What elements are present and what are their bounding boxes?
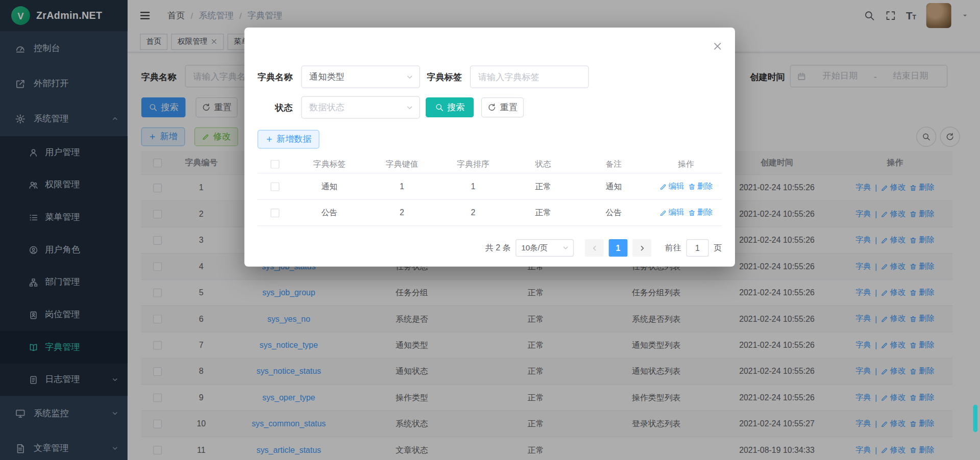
dialog-reset-button[interactable]: 重置 <box>481 97 524 117</box>
chevron-down-icon <box>562 244 570 252</box>
dialog-dict-label-label: 字典标签 <box>427 66 462 88</box>
chevron-down-icon <box>406 104 414 112</box>
row-checkbox[interactable] <box>271 182 279 191</box>
prev-page-button[interactable] <box>585 239 604 257</box>
header-status: 状态 <box>509 158 578 169</box>
dialog-add-data-label: 新增数据 <box>277 134 312 145</box>
pagination-total: 共 2 条 <box>485 242 511 253</box>
dialog-dict-data-table: 字典标签 字典键值 字典排序 状态 备注 操作 通知 1 1 正常 通知 编辑 … <box>257 155 722 226</box>
dialog-table-row: 通知 1 1 正常 通知 编辑 删除 <box>257 173 722 199</box>
dict-data-dialog: 字典名称 通知类型 字典标签 状态 数据状态 搜索 重置 新增数据 字典标签 <box>244 28 735 267</box>
cell-ops: 编辑 删除 <box>650 181 722 192</box>
cell-dict-sort: 1 <box>437 182 509 191</box>
cell-remark: 公告 <box>577 207 650 218</box>
dialog-status-select[interactable]: 数据状态 <box>301 96 420 119</box>
cell-ops: 编辑 删除 <box>650 208 722 218</box>
header-remark: 备注 <box>577 158 650 169</box>
select-placeholder: 数据状态 <box>309 102 345 113</box>
goto-unit: 页 <box>714 242 722 253</box>
close-icon[interactable] <box>713 41 723 52</box>
header-dict-label: 字典标签 <box>292 158 366 169</box>
search-icon <box>435 103 444 112</box>
edit-link[interactable]: 编辑 <box>659 181 684 192</box>
page-size-select[interactable]: 10条/页 <box>516 239 574 257</box>
page-scrollbar-thumb[interactable] <box>973 404 978 432</box>
dialog-reset-label: 重置 <box>500 102 518 113</box>
dialog-status-label: 状态 <box>257 96 292 119</box>
dialog-dict-label-input[interactable] <box>470 66 589 88</box>
dialog-search-label: 搜索 <box>447 102 464 113</box>
edit-icon <box>659 183 667 190</box>
delete-link[interactable]: 删除 <box>688 208 713 218</box>
dialog-dict-name-label: 字典名称 <box>257 66 292 88</box>
chevron-down-icon <box>406 73 414 81</box>
trash-icon <box>688 209 696 217</box>
chevron-right-icon <box>638 244 646 252</box>
dialog-dict-name-select[interactable]: 通知类型 <box>301 66 420 88</box>
trash-icon <box>688 183 696 190</box>
selected-value: 通知类型 <box>309 71 345 83</box>
edit-link[interactable]: 编辑 <box>659 208 684 218</box>
dialog-table-row: 公告 2 2 正常 公告 编辑 删除 <box>257 200 722 226</box>
select-all-checkbox[interactable] <box>271 160 279 168</box>
refresh-icon <box>487 103 496 112</box>
goto-label: 前往 <box>665 242 681 253</box>
cell-status: 正常 <box>509 181 578 192</box>
goto-page-input[interactable] <box>686 239 708 257</box>
header-dict-value: 字典键值 <box>366 158 438 169</box>
delete-link[interactable]: 删除 <box>688 181 713 192</box>
next-page-button[interactable] <box>632 239 651 257</box>
cell-dict-label: 公告 <box>292 207 366 218</box>
dialog-add-data-button[interactable]: 新增数据 <box>257 130 319 149</box>
row-checkbox[interactable] <box>271 208 279 217</box>
edit-icon <box>659 209 667 217</box>
cell-dict-value: 2 <box>366 208 438 217</box>
page-number-current[interactable]: 1 <box>609 239 628 257</box>
dialog-pagination: 共 2 条 10条/页 1 前往 页 <box>257 239 722 257</box>
header-ops: 操作 <box>650 158 722 169</box>
dialog-search-button[interactable]: 搜索 <box>426 97 474 117</box>
page-size-value: 10条/页 <box>521 243 548 253</box>
app-root: V ZrAdmin.NET 控制台 外部打开 系统管理 用户管理 <box>0 0 980 460</box>
cell-dict-value: 1 <box>366 182 438 191</box>
cell-dict-sort: 2 <box>437 208 509 217</box>
cell-dict-label: 通知 <box>292 181 366 192</box>
chevron-left-icon <box>591 244 599 252</box>
header-dict-sort: 字典排序 <box>437 158 509 169</box>
dialog-table-header-row: 字典标签 字典键值 字典排序 状态 备注 操作 <box>257 155 722 174</box>
cell-remark: 通知 <box>577 181 650 192</box>
cell-status: 正常 <box>509 207 578 218</box>
plus-icon <box>265 136 273 143</box>
